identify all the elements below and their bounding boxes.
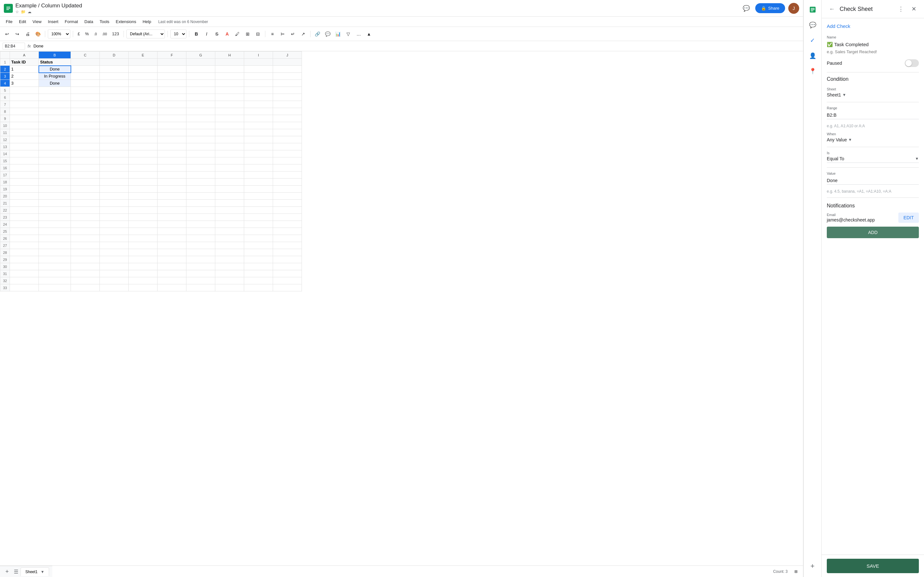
cell-I22[interactable] <box>244 207 273 214</box>
cell-G2[interactable] <box>186 66 215 73</box>
row-number-5[interactable]: 5 <box>0 87 10 94</box>
cell-I3[interactable] <box>244 73 273 80</box>
cell-I27[interactable] <box>244 242 273 249</box>
side-icon-checksheet[interactable]: ✓ <box>806 34 819 47</box>
cell-G32[interactable] <box>186 277 215 284</box>
cell-G13[interactable] <box>186 143 215 150</box>
paint-format-button[interactable]: 🎨 <box>33 29 42 39</box>
cell-J25[interactable] <box>273 228 302 235</box>
cell-E26[interactable] <box>129 235 158 242</box>
cell-G22[interactable] <box>186 207 215 214</box>
cell-I13[interactable] <box>244 143 273 150</box>
cell-G1[interactable] <box>186 59 215 66</box>
cell-F10[interactable] <box>158 122 186 129</box>
cell-E23[interactable] <box>129 214 158 221</box>
wrap-button[interactable]: ↵ <box>288 29 297 39</box>
row-number-9[interactable]: 9 <box>0 115 10 122</box>
col-header-F[interactable]: F <box>158 52 186 59</box>
cell-F2[interactable] <box>158 66 186 73</box>
row-number-2[interactable]: 2 <box>0 66 10 73</box>
cell-I8[interactable] <box>244 108 273 115</box>
decimal-decrease-button[interactable]: .0 <box>92 31 99 37</box>
row-number-27[interactable]: 27 <box>0 242 10 249</box>
cell-D28[interactable] <box>100 249 129 256</box>
cell-E24[interactable] <box>129 221 158 228</box>
cell-B1[interactable]: Status <box>39 59 71 66</box>
cell-A31[interactable] <box>10 270 39 277</box>
cell-D30[interactable] <box>100 263 129 270</box>
comment-toolbar-button[interactable]: 💬 <box>323 29 333 39</box>
cell-F8[interactable] <box>158 108 186 115</box>
cell-H3[interactable] <box>215 73 244 80</box>
cell-H11[interactable] <box>215 129 244 136</box>
cell-D32[interactable] <box>100 277 129 284</box>
side-icon-chat[interactable]: 💬 <box>806 19 819 31</box>
cell-D21[interactable] <box>100 200 129 207</box>
cell-F26[interactable] <box>158 235 186 242</box>
cell-B20[interactable] <box>39 193 71 200</box>
link-button[interactable]: 🔗 <box>313 29 322 39</box>
cell-E12[interactable] <box>129 136 158 143</box>
cell-D11[interactable] <box>100 129 129 136</box>
cell-D27[interactable] <box>100 242 129 249</box>
cell-B4[interactable]: Done <box>39 80 71 87</box>
cell-H21[interactable] <box>215 200 244 207</box>
cell-E32[interactable] <box>129 277 158 284</box>
row-number-8[interactable]: 8 <box>0 108 10 115</box>
col-header-C[interactable]: C <box>71 52 100 59</box>
cell-G5[interactable] <box>186 87 215 94</box>
cell-E16[interactable] <box>129 164 158 171</box>
cell-A30[interactable] <box>10 263 39 270</box>
cell-J14[interactable] <box>273 150 302 157</box>
cell-H23[interactable] <box>215 214 244 221</box>
row-number-32[interactable]: 32 <box>0 277 10 284</box>
cell-I31[interactable] <box>244 270 273 277</box>
cell-I21[interactable] <box>244 200 273 207</box>
align-button[interactable]: ≡ <box>268 29 277 39</box>
cell-H18[interactable] <box>215 179 244 185</box>
cell-D26[interactable] <box>100 235 129 242</box>
borders-button[interactable]: ⊞ <box>243 29 252 39</box>
print-button[interactable]: 🖨 <box>23 29 32 39</box>
cell-D1[interactable] <box>100 59 129 66</box>
cell-J8[interactable] <box>273 108 302 115</box>
cell-A2[interactable]: 1 <box>10 66 39 73</box>
cell-D5[interactable] <box>100 87 129 94</box>
cell-A17[interactable] <box>10 171 39 179</box>
cell-G9[interactable] <box>186 115 215 122</box>
cell-C21[interactable] <box>71 200 100 207</box>
strikethrough-button[interactable]: S <box>212 29 221 39</box>
cell-A23[interactable] <box>10 214 39 221</box>
cell-F6[interactable] <box>158 94 186 101</box>
cell-D16[interactable] <box>100 164 129 171</box>
cell-A11[interactable] <box>10 129 39 136</box>
cell-A28[interactable] <box>10 249 39 256</box>
cell-C12[interactable] <box>71 136 100 143</box>
cell-D15[interactable] <box>100 157 129 164</box>
cell-B13[interactable] <box>39 143 71 150</box>
cell-J33[interactable] <box>273 284 302 292</box>
cell-G23[interactable] <box>186 214 215 221</box>
cell-A21[interactable] <box>10 200 39 207</box>
cell-E31[interactable] <box>129 270 158 277</box>
row-number-16[interactable]: 16 <box>0 164 10 171</box>
cell-G15[interactable] <box>186 157 215 164</box>
cell-B25[interactable] <box>39 228 71 235</box>
cell-B30[interactable] <box>39 263 71 270</box>
menu-edit[interactable]: Edit <box>16 18 29 25</box>
row-number-7[interactable]: 7 <box>0 101 10 108</box>
cell-H9[interactable] <box>215 115 244 122</box>
cell-A26[interactable] <box>10 235 39 242</box>
cell-C30[interactable] <box>71 263 100 270</box>
cell-E27[interactable] <box>129 242 158 249</box>
cell-E20[interactable] <box>129 193 158 200</box>
cell-C1[interactable] <box>71 59 100 66</box>
cell-F5[interactable] <box>158 87 186 94</box>
cell-E3[interactable] <box>129 73 158 80</box>
sheet-tab-sheet1[interactable]: Sheet1 ▼ <box>21 567 49 576</box>
cell-C15[interactable] <box>71 157 100 164</box>
col-header-I[interactable]: I <box>244 52 273 59</box>
cell-I26[interactable] <box>244 235 273 242</box>
cell-B32[interactable] <box>39 277 71 284</box>
cell-C3[interactable] <box>71 73 100 80</box>
